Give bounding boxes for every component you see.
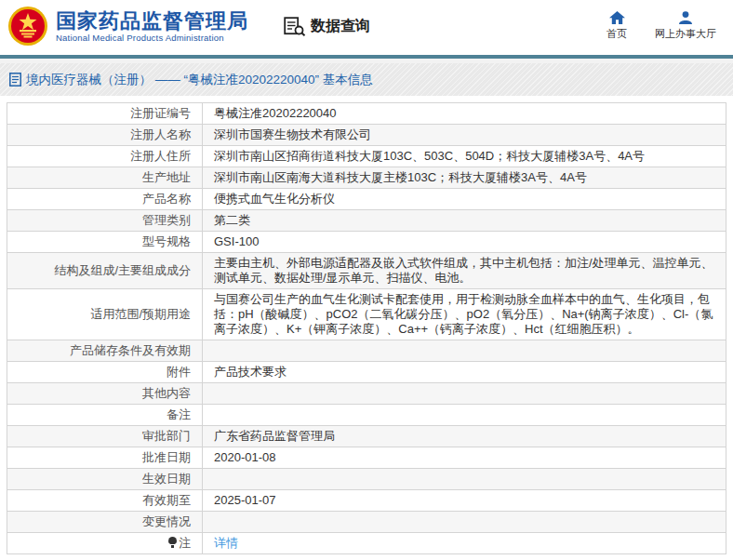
row-label: 其他内容 [7,383,203,405]
table-row: 生效日期 [7,469,726,490]
row-label: 备注 [7,405,203,426]
row-label: 结构及组成/主要组成成分 [7,253,203,289]
table-row: 变更情况 [7,512,726,533]
row-value: 深圳市南山区招商街道科技大厦103C、503C、504D；科技大厦辅楼3A号、4… [203,146,726,167]
nav-data-query[interactable]: 数据查询 [284,17,370,36]
nav-service-hall[interactable]: 网上办事大厅 [655,11,716,41]
table-row: 有效期至2025-01-07 [7,490,726,512]
row-value: GSI-100 [203,232,726,253]
data-query-icon [284,17,306,36]
row-label: 注 [7,533,203,554]
table-row: 产品储存条件及有效期 [7,340,726,362]
row-value: 深圳市南山区南海大道科技大厦主楼103C；科技大厦辅楼3A号、4A号 [203,167,726,189]
row-value: 产品技术要求 [203,362,726,383]
row-label: 注册人名称 [7,125,203,146]
nav-home[interactable]: 首页 [606,11,627,41]
detail-link[interactable]: 详情 [214,536,238,550]
row-value: 详情 [203,533,726,554]
row-label: 注册证编号 [7,103,203,125]
table-row: 生产地址深圳市南山区南海大道科技大厦主楼103C；科技大厦辅楼3A号、4A号 [7,167,726,189]
site-title-block: 国家药品监督管理局 National Medical Products Admi… [56,9,248,43]
table-row: 附件产品技术要求 [7,362,726,383]
table-row: 结构及组成/主要组成成分主要由主机、外部电源适配器及嵌入式软件组成，其中主机包括… [7,253,726,289]
nav-home-label: 首页 [606,27,627,41]
nav-hall-label: 网上办事大厅 [655,27,716,41]
row-label: 变更情况 [7,512,203,533]
header-right-nav: 首页 网上办事大厅 [606,11,716,41]
site-logo: 国家药品监督管理局 National Medical Products Admi… [7,6,248,47]
row-label: 注册人住所 [7,146,203,167]
site-title: 国家药品监督管理局 [56,9,248,33]
table-row: 备注 [7,405,726,426]
page-title: 境内医疗器械（注册） —— “粤械注准20202220040” 基本信息 [26,72,373,88]
row-value: 第二类 [203,210,726,232]
row-label: 型号规格 [7,232,203,253]
table-row: 型号规格GSI-100 [7,232,726,253]
row-value: 与国赛公司生产的血气生化测试卡配套使用，用于检测动脉全血样本中的血气、生化项目，… [203,289,726,340]
table-row: 其他内容 [7,383,726,405]
row-value: 2025-01-07 [203,490,726,512]
row-value [203,512,726,533]
table-row: 注详情 [7,533,726,554]
national-emblem-icon [7,6,48,47]
row-value [203,340,726,362]
home-icon [609,11,625,24]
table-row: 适用范围/预期用途与国赛公司生产的血气生化测试卡配套使用，用于检测动脉全血样本中… [7,289,726,340]
info-table-body: 注册证编号粤械注准20202220040注册人名称深圳市国赛生物技术有限公司注册… [7,103,726,554]
row-value [203,405,726,426]
document-icon [9,73,21,87]
row-label: 产品储存条件及有效期 [7,340,203,362]
row-value [203,383,726,405]
info-table: 注册证编号粤械注准20202220040注册人名称深圳市国赛生物技术有限公司注册… [7,102,726,554]
row-value: 主要由主机、外部电源适配器及嵌入式软件组成，其中主机包括：加注/处理单元、温控单… [203,253,726,289]
table-row: 批准日期2020-01-08 [7,447,726,469]
table-row: 产品名称便携式血气生化分析仪 [7,189,726,210]
user-icon [678,11,693,24]
row-value [203,469,726,490]
row-label: 适用范围/预期用途 [7,289,203,340]
site-header: 国家药品监督管理局 National Medical Products Admi… [0,0,733,52]
row-value: 2020-01-08 [203,447,726,469]
table-row: 管理类别第二类 [7,210,726,232]
row-label: 管理类别 [7,210,203,232]
row-value: 便携式血气生化分析仪 [203,189,726,210]
table-row: 注册人名称深圳市国赛生物技术有限公司 [7,125,726,146]
registration-info-section: 注册证编号粤械注准20202220040注册人名称深圳市国赛生物技术有限公司注册… [0,96,733,560]
note-icon [168,537,177,548]
breadcrumb-band: 境内医疗器械（注册） —— “粤械注准20202220040” 基本信息 [0,59,733,96]
row-label: 产品名称 [7,189,203,210]
table-row: 注册证编号粤械注准20202220040 [7,103,726,125]
row-label: 审批部门 [7,426,203,447]
site-subtitle: National Medical Products Administration [56,33,248,43]
row-label: 附件 [7,362,203,383]
row-label: 生效日期 [7,469,203,490]
row-value: 深圳市国赛生物技术有限公司 [203,125,726,146]
row-label: 批准日期 [7,447,203,469]
row-value: 粤械注准20202220040 [203,103,726,125]
table-row: 注册人住所深圳市南山区招商街道科技大厦103C、503C、504D；科技大厦辅楼… [7,146,726,167]
data-query-label: 数据查询 [311,17,370,36]
row-label: 生产地址 [7,167,203,189]
row-label: 有效期至 [7,490,203,512]
row-value: 广东省药品监督管理局 [203,426,726,447]
table-row: 审批部门广东省药品监督管理局 [7,426,726,447]
